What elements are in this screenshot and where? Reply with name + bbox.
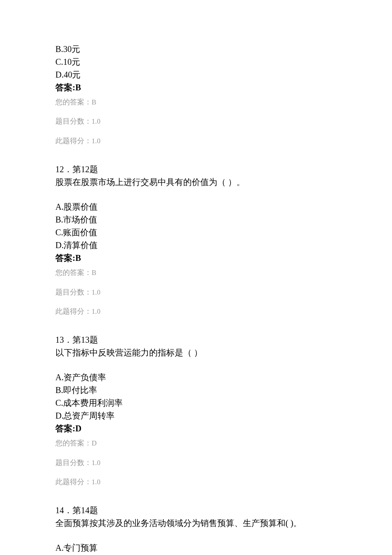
spacer bbox=[55, 154, 337, 163]
q11-your-answer: 您的答案：B bbox=[55, 96, 337, 109]
q11-option-c: C.10元 bbox=[55, 55, 337, 68]
q12-score-got: 此题得分：1.0 bbox=[55, 306, 337, 318]
q14-option-a: A.专门预算 bbox=[55, 541, 337, 554]
q12-your-answer: 您的答案：B bbox=[55, 267, 337, 279]
blank-line bbox=[55, 359, 337, 371]
q11-answer: 答案:B bbox=[55, 81, 337, 94]
q13-header: 13．第13题 bbox=[55, 333, 337, 346]
q13-option-d: D.总资产周转率 bbox=[55, 409, 337, 422]
q12-answer: 答案:B bbox=[55, 251, 337, 264]
q13-score-got: 此题得分：1.0 bbox=[55, 476, 337, 489]
document-page: B.30元 C.10元 D.40元 答案:B 您的答案：B 题目分数：1.0 此… bbox=[0, 0, 392, 555]
q13-score-full: 题目分数：1.0 bbox=[55, 457, 337, 469]
q12-score-full: 题目分数：1.0 bbox=[55, 286, 337, 299]
spacer bbox=[55, 495, 337, 504]
q12-option-c: C.账面价值 bbox=[55, 226, 337, 239]
q11-option-b: B.30元 bbox=[55, 43, 337, 55]
q13-stem: 以下指标中反映营运能力的指标是（ ） bbox=[55, 346, 337, 359]
blank-line bbox=[55, 529, 337, 541]
q14-stem: 全面预算按其涉及的业务活动领域分为销售预算、生产预算和( )。 bbox=[55, 517, 337, 529]
q12-option-a: A.股票价值 bbox=[55, 200, 337, 213]
q13-option-c: C.成本费用利润率 bbox=[55, 396, 337, 409]
q13-option-a: A.资产负债率 bbox=[55, 371, 337, 384]
q12-header: 12．第12题 bbox=[55, 163, 337, 176]
q11-score-full: 题目分数：1.0 bbox=[55, 116, 337, 128]
q12-stem: 股票在股票市场上进行交易中具有的价值为（ ）。 bbox=[55, 176, 337, 188]
q13-answer: 答案:D bbox=[55, 422, 337, 435]
q11-score-got: 此题得分：1.0 bbox=[55, 135, 337, 147]
q11-option-d: D.40元 bbox=[55, 68, 337, 81]
blank-line bbox=[55, 188, 337, 200]
q13-your-answer: 您的答案：D bbox=[55, 437, 337, 450]
spacer bbox=[55, 325, 337, 333]
q14-header: 14．第14题 bbox=[55, 504, 337, 517]
q13-option-b: B.即付比率 bbox=[55, 384, 337, 396]
q12-option-b: B.市场价值 bbox=[55, 213, 337, 226]
q12-option-d: D.清算价值 bbox=[55, 239, 337, 251]
